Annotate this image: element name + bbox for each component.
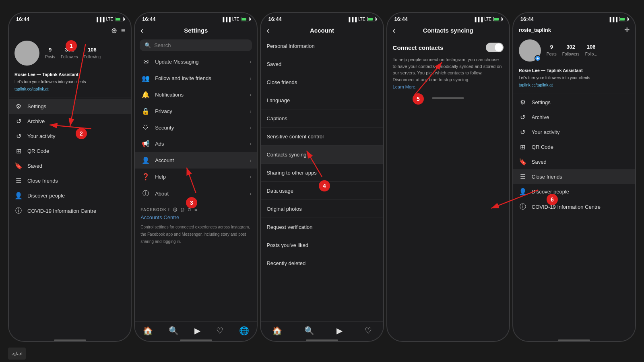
data-usage-label: Data usage xyxy=(266,188,293,194)
archive-menu-item[interactable]: ↺ Archive xyxy=(9,114,131,129)
settings-icon-5: ⚙ xyxy=(519,99,527,106)
followers-label: Followers xyxy=(61,55,78,59)
search-placeholder: Search xyxy=(154,42,171,48)
heart-nav-2[interactable]: ♡ xyxy=(216,326,223,335)
ads-item[interactable]: 📢 Ads › xyxy=(135,136,257,152)
watermark-text: ای‌بازی xyxy=(12,352,23,356)
friends-label-1: Close friends xyxy=(27,178,58,184)
covid-label-1: COVID-19 Information Centre xyxy=(27,208,96,214)
settings-menu-item[interactable]: ⚙ Settings xyxy=(9,99,131,114)
security-item[interactable]: 🛡 Security › xyxy=(135,119,257,136)
back-btn-4[interactable]: ‹ xyxy=(393,26,396,35)
profile-bio-5: Rosie Lee — Taplink Assistant Let's turn… xyxy=(513,65,635,91)
status-icons-1: ▐▐▐ LTE xyxy=(95,17,124,22)
update-messaging-item[interactable]: ✉ Update Messaging › xyxy=(135,53,257,70)
back-btn-3[interactable]: ‹ xyxy=(266,26,269,35)
reels-nav-2[interactable]: ▶ xyxy=(194,326,200,335)
battery-icon-2 xyxy=(241,17,250,21)
qr-menu-item-5[interactable]: ⊞ QR Code xyxy=(513,140,635,154)
posts-liked-item[interactable]: Posts you've liked xyxy=(261,236,383,254)
sharing-item[interactable]: Sharing to other apps xyxy=(261,164,383,182)
search-bar[interactable]: 🔍 Search xyxy=(140,39,252,51)
home-indicator-3 xyxy=(306,339,338,341)
menu-icon[interactable]: ≡ xyxy=(121,27,126,35)
discover-menu-item[interactable]: 👤 Discover people xyxy=(9,188,131,203)
saved-item[interactable]: Saved xyxy=(261,55,383,73)
chevron-security: › xyxy=(250,125,251,130)
chevron-ads: › xyxy=(250,141,251,147)
search-nav-2[interactable]: 🔍 xyxy=(169,326,179,335)
settings-title: Settings xyxy=(140,27,251,34)
close-friends-menu-item[interactable]: ☰ Close friends xyxy=(9,173,131,188)
discover-menu-item-5[interactable]: 👤 Discover people xyxy=(513,184,635,199)
home-nav-3[interactable]: 🏠 xyxy=(272,326,282,335)
battery-icon-4 xyxy=(493,17,502,21)
follow-invite-item[interactable]: 👥 Follow and invite friends › xyxy=(135,70,257,86)
saved-menu-item-5[interactable]: 🔖 Saved xyxy=(513,154,635,169)
reels-nav-3[interactable]: ▶ xyxy=(336,326,343,335)
profile-nav-2[interactable]: 🌐 xyxy=(239,326,249,335)
profile-link-1[interactable]: taplink.cc/taplink.at xyxy=(14,87,49,91)
status-bar-4: 16:44 ▐▐▐ LTE xyxy=(387,13,509,24)
close-friends-menu-item-5[interactable]: ☰ Close friends xyxy=(513,169,635,184)
captions-item[interactable]: Captions xyxy=(261,109,383,128)
close-friends-item[interactable]: Close friends xyxy=(261,73,383,91)
request-verification-item[interactable]: Request verification xyxy=(261,218,383,236)
chevron-help: › xyxy=(250,174,251,180)
search-nav-3[interactable]: 🔍 xyxy=(304,326,314,335)
connect-toggle[interactable] xyxy=(486,43,504,52)
saved-icon-1: 🔖 xyxy=(14,162,23,170)
step-3-badge: 3 xyxy=(186,197,197,208)
settings-list: ✉ Update Messaging › 👥 Follow and invite… xyxy=(135,53,257,321)
covid-icon-1: ⓘ xyxy=(14,207,23,215)
facebook-title: FACEBOOK f ⓜ @ © ∞ xyxy=(140,207,251,213)
account-icon: 👤 xyxy=(140,156,151,164)
archive-menu-item-5[interactable]: ↺ Archive xyxy=(513,110,635,125)
close-friends-label: Close friends xyxy=(266,79,297,85)
avatar-plus-5[interactable]: + xyxy=(535,55,541,62)
original-photos-item[interactable]: Original photos xyxy=(261,200,383,218)
your-activity-menu-item[interactable]: ↺ Your activity xyxy=(9,129,131,144)
learn-more-link[interactable]: Learn More. xyxy=(393,84,417,89)
add-icon-5[interactable]: ✛ xyxy=(624,26,630,34)
phone-5: 16:44 ▐▐▐ rosie_taplink ✛ + 9 Post xyxy=(512,12,636,342)
watermark: ای‌بازی xyxy=(0,346,644,362)
home-indicator-5 xyxy=(558,339,590,341)
threads-icon[interactable]: ⊕ xyxy=(111,26,117,35)
saved-menu-item[interactable]: 🔖 Saved xyxy=(9,158,131,173)
language-item[interactable]: Language xyxy=(261,91,383,109)
covid-menu-item[interactable]: ⓘ COVID-19 Information Centre xyxy=(9,203,131,219)
signal-icon-2: ▐▐▐ xyxy=(221,17,230,22)
notifications-item[interactable]: 🔔 Notifications › xyxy=(135,86,257,103)
activity-menu-item-5[interactable]: ↺ Your activity xyxy=(513,125,635,140)
sensitive-label: Sensitive content control xyxy=(266,134,324,140)
back-btn-2[interactable]: ‹ xyxy=(140,26,143,35)
time-5: 16:44 xyxy=(520,16,534,22)
recently-deleted-item[interactable]: Recently deleted xyxy=(261,254,383,272)
qrcode-menu-item[interactable]: ⊞ QR Code xyxy=(9,144,131,158)
saved-label-5: Saved xyxy=(532,159,547,165)
sensitive-item[interactable]: Sensitive content control xyxy=(261,128,383,146)
contacts-desc: To help people connect on Instagram, you… xyxy=(393,56,504,83)
about-label: About xyxy=(155,191,250,197)
account-item-settings[interactable]: 👤 Account › xyxy=(135,152,257,169)
help-icon: ❓ xyxy=(140,173,151,181)
watermark-logo: ای‌بازی xyxy=(8,348,26,360)
ads-label: Ads xyxy=(155,141,250,147)
privacy-item[interactable]: 🔒 Privacy › xyxy=(135,103,257,119)
posts-stat: 9 Posts xyxy=(45,47,55,60)
divider-5 xyxy=(513,93,635,93)
followers-label-5: Followers xyxy=(562,52,580,56)
profile-info-5: + 9 Posts 302 Followers 106 Follo... xyxy=(513,36,635,65)
heart-nav-3[interactable]: ♡ xyxy=(365,326,372,335)
covid-menu-item-5[interactable]: ⓘ COVID-19 Information Centre xyxy=(513,199,635,215)
personal-info-item[interactable]: Personal information xyxy=(261,37,383,55)
help-item[interactable]: ❓ Help › xyxy=(135,169,257,185)
bottom-nav-3: 🏠 🔍 ▶ ♡ xyxy=(261,321,383,338)
settings-menu-item-5[interactable]: ⚙ Settings xyxy=(513,95,635,110)
accounts-centre-link[interactable]: Accounts Centre xyxy=(140,214,251,220)
profile-bio-text-5: Let's turn your followers into your clie… xyxy=(519,76,590,80)
contacts-syncing-item[interactable]: Contacts syncing xyxy=(261,146,383,164)
home-nav-2[interactable]: 🏠 xyxy=(143,326,153,335)
profile-link-5[interactable]: taplink.cc/taplink.at xyxy=(519,83,553,87)
